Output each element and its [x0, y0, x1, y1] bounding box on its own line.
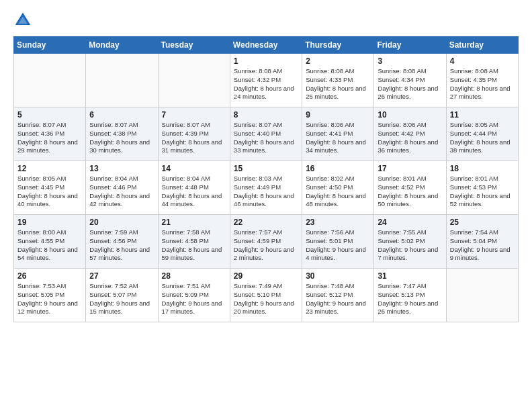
day-number: 30: [306, 271, 370, 281]
day-info: Sunrise: 8:00 AMSunset: 4:55 PMDaylight:…: [17, 228, 82, 263]
logo-icon: [13, 11, 32, 30]
day-info: Sunrise: 8:08 AMSunset: 4:35 PMDaylight:…: [450, 67, 515, 101]
calendar-cell: 25Sunrise: 7:54 AMSunset: 5:04 PMDayligh…: [446, 215, 518, 269]
page: SundayMondayTuesdayWednesdayThursdayFrid…: [0, 0, 532, 411]
day-info: Sunrise: 7:57 AMSunset: 4:59 PMDaylight:…: [234, 228, 298, 263]
day-info: Sunrise: 8:01 AMSunset: 4:52 PMDaylight:…: [378, 175, 442, 209]
day-info: Sunrise: 7:52 AMSunset: 5:07 PMDaylight:…: [89, 282, 154, 316]
calendar-cell: 18Sunrise: 8:01 AMSunset: 4:53 PMDayligh…: [446, 161, 518, 215]
day-number: 18: [450, 164, 515, 173]
day-info: Sunrise: 8:03 AMSunset: 4:49 PMDaylight:…: [234, 175, 298, 209]
calendar-cell: 12Sunrise: 8:05 AMSunset: 4:45 PMDayligh…: [14, 161, 86, 215]
weekday-header-row: SundayMondayTuesdayWednesdayThursdayFrid…: [14, 37, 519, 54]
calendar-cell: 10Sunrise: 8:06 AMSunset: 4:42 PMDayligh…: [374, 107, 446, 161]
calendar-cell: 4Sunrise: 8:08 AMSunset: 4:35 PMDaylight…: [446, 54, 518, 107]
calendar-cell: 11Sunrise: 8:05 AMSunset: 4:44 PMDayligh…: [446, 107, 518, 161]
calendar-cell: 17Sunrise: 8:01 AMSunset: 4:52 PMDayligh…: [374, 161, 446, 215]
calendar-cell: 20Sunrise: 7:59 AMSunset: 4:56 PMDayligh…: [86, 215, 158, 269]
day-number: 15: [234, 164, 298, 173]
calendar-cell: 28Sunrise: 7:51 AMSunset: 5:09 PMDayligh…: [158, 269, 230, 322]
day-info: Sunrise: 8:07 AMSunset: 4:36 PMDaylight:…: [17, 121, 82, 155]
day-number: 27: [89, 271, 154, 281]
calendar-cell: 26Sunrise: 7:53 AMSunset: 5:05 PMDayligh…: [14, 269, 86, 322]
calendar-cell: 30Sunrise: 7:48 AMSunset: 5:12 PMDayligh…: [302, 269, 374, 322]
calendar-cell: 16Sunrise: 8:02 AMSunset: 4:50 PMDayligh…: [302, 161, 374, 215]
calendar-cell: 19Sunrise: 8:00 AMSunset: 4:55 PMDayligh…: [14, 215, 86, 269]
day-number: 7: [162, 110, 226, 120]
header: [13, 11, 519, 30]
day-info: Sunrise: 8:05 AMSunset: 4:45 PMDaylight:…: [17, 175, 82, 209]
day-number: 31: [378, 271, 442, 281]
calendar-cell: 27Sunrise: 7:52 AMSunset: 5:07 PMDayligh…: [86, 269, 158, 322]
day-info: Sunrise: 7:56 AMSunset: 5:01 PMDaylight:…: [306, 228, 370, 263]
day-number: 26: [17, 271, 82, 281]
calendar-body: 1Sunrise: 8:08 AMSunset: 4:32 PMDaylight…: [14, 54, 519, 322]
day-info: Sunrise: 8:08 AMSunset: 4:33 PMDaylight:…: [306, 67, 370, 101]
day-number: 14: [162, 164, 226, 173]
calendar-week-1: 1Sunrise: 8:08 AMSunset: 4:32 PMDaylight…: [14, 54, 519, 107]
day-number: 12: [17, 164, 82, 173]
day-number: 22: [234, 218, 298, 227]
day-number: 1: [234, 56, 298, 66]
day-info: Sunrise: 8:06 AMSunset: 4:42 PMDaylight:…: [378, 121, 442, 155]
day-info: Sunrise: 7:55 AMSunset: 5:02 PMDaylight:…: [378, 228, 442, 263]
day-number: 11: [450, 110, 515, 120]
day-number: 16: [306, 164, 370, 173]
calendar-week-4: 19Sunrise: 8:00 AMSunset: 4:55 PMDayligh…: [14, 215, 519, 269]
calendar-cell: 21Sunrise: 7:58 AMSunset: 4:58 PMDayligh…: [158, 215, 230, 269]
calendar-week-3: 12Sunrise: 8:05 AMSunset: 4:45 PMDayligh…: [14, 161, 519, 215]
day-info: Sunrise: 8:01 AMSunset: 4:53 PMDaylight:…: [450, 175, 515, 209]
day-info: Sunrise: 7:54 AMSunset: 5:04 PMDaylight:…: [450, 228, 515, 263]
calendar-cell: 22Sunrise: 7:57 AMSunset: 4:59 PMDayligh…: [230, 215, 302, 269]
day-info: Sunrise: 7:47 AMSunset: 5:13 PMDaylight:…: [378, 282, 442, 316]
day-info: Sunrise: 8:07 AMSunset: 4:40 PMDaylight:…: [234, 121, 298, 155]
calendar: SundayMondayTuesdayWednesdayThursdayFrid…: [13, 36, 519, 322]
weekday-header-monday: Monday: [86, 37, 158, 54]
calendar-week-5: 26Sunrise: 7:53 AMSunset: 5:05 PMDayligh…: [14, 269, 519, 322]
day-info: Sunrise: 7:48 AMSunset: 5:12 PMDaylight:…: [306, 282, 370, 316]
day-info: Sunrise: 8:07 AMSunset: 4:38 PMDaylight:…: [89, 121, 154, 155]
calendar-cell: 23Sunrise: 7:56 AMSunset: 5:01 PMDayligh…: [302, 215, 374, 269]
calendar-cell: 1Sunrise: 8:08 AMSunset: 4:32 PMDaylight…: [230, 54, 302, 107]
calendar-cell: 8Sunrise: 8:07 AMSunset: 4:40 PMDaylight…: [230, 107, 302, 161]
calendar-cell: 31Sunrise: 7:47 AMSunset: 5:13 PMDayligh…: [374, 269, 446, 322]
day-number: 17: [378, 164, 442, 173]
calendar-cell: 13Sunrise: 8:04 AMSunset: 4:46 PMDayligh…: [86, 161, 158, 215]
calendar-cell: 14Sunrise: 8:04 AMSunset: 4:48 PMDayligh…: [158, 161, 230, 215]
day-number: 25: [450, 218, 515, 227]
calendar-cell: 6Sunrise: 8:07 AMSunset: 4:38 PMDaylight…: [86, 107, 158, 161]
day-info: Sunrise: 8:02 AMSunset: 4:50 PMDaylight:…: [306, 175, 370, 209]
day-info: Sunrise: 8:04 AMSunset: 4:48 PMDaylight:…: [162, 175, 226, 209]
weekday-header-tuesday: Tuesday: [158, 37, 230, 54]
day-info: Sunrise: 8:08 AMSunset: 4:34 PMDaylight:…: [378, 67, 442, 101]
day-number: 21: [162, 218, 226, 227]
weekday-header-friday: Friday: [374, 37, 446, 54]
day-number: 6: [89, 110, 154, 120]
day-number: 20: [89, 218, 154, 227]
calendar-cell: [158, 54, 230, 107]
day-info: Sunrise: 7:53 AMSunset: 5:05 PMDaylight:…: [17, 282, 82, 316]
day-info: Sunrise: 8:06 AMSunset: 4:41 PMDaylight:…: [306, 121, 370, 155]
calendar-cell: 29Sunrise: 7:49 AMSunset: 5:10 PMDayligh…: [230, 269, 302, 322]
day-number: 13: [89, 164, 154, 173]
calendar-cell: 24Sunrise: 7:55 AMSunset: 5:02 PMDayligh…: [374, 215, 446, 269]
calendar-cell: 3Sunrise: 8:08 AMSunset: 4:34 PMDaylight…: [374, 54, 446, 107]
day-number: 10: [378, 110, 442, 120]
day-info: Sunrise: 7:58 AMSunset: 4:58 PMDaylight:…: [162, 228, 226, 263]
day-number: 23: [306, 218, 370, 227]
day-number: 8: [234, 110, 298, 120]
logo: [13, 11, 35, 30]
calendar-week-2: 5Sunrise: 8:07 AMSunset: 4:36 PMDaylight…: [14, 107, 519, 161]
calendar-cell: 5Sunrise: 8:07 AMSunset: 4:36 PMDaylight…: [14, 107, 86, 161]
day-number: 5: [17, 110, 82, 120]
day-number: 28: [162, 271, 226, 281]
calendar-cell: 7Sunrise: 8:07 AMSunset: 4:39 PMDaylight…: [158, 107, 230, 161]
day-info: Sunrise: 7:51 AMSunset: 5:09 PMDaylight:…: [162, 282, 226, 316]
day-info: Sunrise: 8:08 AMSunset: 4:32 PMDaylight:…: [234, 67, 298, 101]
day-number: 29: [234, 271, 298, 281]
calendar-cell: 2Sunrise: 8:08 AMSunset: 4:33 PMDaylight…: [302, 54, 374, 107]
calendar-cell: 9Sunrise: 8:06 AMSunset: 4:41 PMDaylight…: [302, 107, 374, 161]
calendar-cell: [86, 54, 158, 107]
day-info: Sunrise: 8:05 AMSunset: 4:44 PMDaylight:…: [450, 121, 515, 155]
day-number: 3: [378, 56, 442, 66]
